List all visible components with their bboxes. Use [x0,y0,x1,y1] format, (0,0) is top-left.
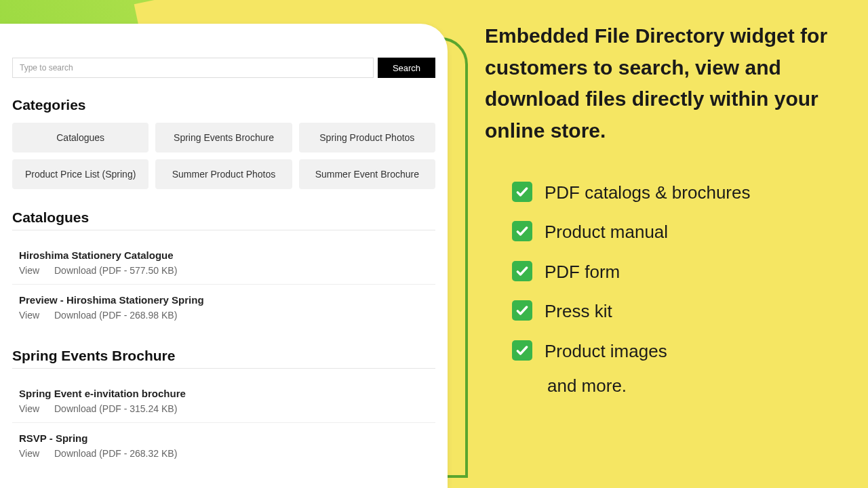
file-actions: View Download (PDF - 315.24 KB) [19,403,435,414]
promo-bullet: Product images [512,339,837,363]
promo-bullet-list: PDF catalogs & brochures Product manual … [485,180,837,363]
view-link[interactable]: View [19,265,39,276]
promo-bullet: Press kit [512,299,837,323]
category-chip[interactable]: Spring Events Brochure [155,123,292,152]
file-section-catalogues: Catalogues Hiroshima Stationery Catalogu… [12,209,435,329]
file-actions: View Download (PDF - 268.98 KB) [19,310,435,321]
download-link[interactable]: Download (PDF - 577.50 KB) [54,265,177,276]
view-link[interactable]: View [19,403,39,414]
check-icon [512,261,532,281]
download-link[interactable]: Download (PDF - 268.98 KB) [54,310,177,321]
file-item: Spring Event e-invitation brochure View … [12,378,435,423]
check-icon [512,340,532,361]
check-icon [512,182,532,202]
promo-bullet-text: Product manual [545,222,668,242]
file-item: Preview - Hiroshima Stationery Spring Vi… [12,285,435,329]
category-chip[interactable]: Summer Event Brochure [299,159,435,189]
promo-panel: Embedded File Directory widget for custo… [485,20,837,396]
file-item: Hiroshima Stationery Catalogue View Down… [12,240,435,285]
promo-bullet: PDF form [512,260,837,284]
promo-more-text: and more. [485,375,837,396]
file-title: Hiroshima Stationery Catalogue [19,249,435,261]
file-item: RSVP - Spring View Download (PDF - 268.3… [12,423,435,467]
category-chip[interactable]: Catalogues [12,123,149,152]
category-chip[interactable]: Summer Product Photos [155,159,292,189]
file-section-heading: Spring Events Brochure [12,348,435,369]
promo-bullet: Product manual [512,220,837,244]
promo-bullet-text: Press kit [545,301,612,321]
promo-bullet-text: PDF form [545,262,620,282]
promo-bullet: PDF catalogs & brochures [512,180,837,205]
file-actions: View Download (PDF - 268.32 KB) [19,448,435,459]
promo-bullet-text: Product images [545,341,667,361]
file-section-spring-events: Spring Events Brochure Spring Event e-in… [12,348,435,467]
file-actions: View Download (PDF - 577.50 KB) [19,265,435,276]
file-title: Preview - Hiroshima Stationery Spring [19,294,435,306]
file-title: RSVP - Spring [19,432,435,444]
category-chip[interactable]: Product Price List (Spring) [12,159,149,189]
download-link[interactable]: Download (PDF - 268.32 KB) [54,448,177,459]
view-link[interactable]: View [19,310,39,321]
category-chip[interactable]: Spring Product Photos [299,123,435,152]
file-directory-widget: Search Categories Catalogues Spring Even… [0,24,448,488]
download-link[interactable]: Download (PDF - 315.24 KB) [54,403,177,414]
search-row: Search [12,58,435,78]
categories-heading: Categories [12,97,435,113]
check-icon [512,221,532,241]
search-button[interactable]: Search [378,58,435,78]
promo-headline: Embedded File Directory widget for custo… [485,20,837,146]
categories-grid: Catalogues Spring Events Brochure Spring… [12,123,435,189]
check-icon [512,300,532,321]
file-title: Spring Event e-invitation brochure [19,388,435,399]
view-link[interactable]: View [19,448,39,459]
file-section-heading: Catalogues [12,209,435,230]
search-input[interactable] [12,58,374,78]
promo-bullet-text: PDF catalogs & brochures [545,182,750,203]
